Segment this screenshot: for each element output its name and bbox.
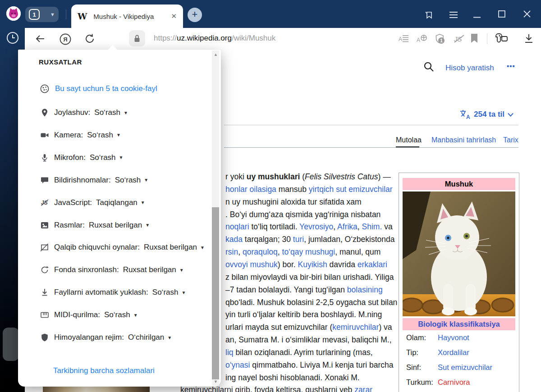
article-link[interactable]: zarar	[354, 385, 372, 392]
permission-row-camera[interactable]: Kamera:Soʻrash▼	[40, 129, 121, 141]
article-link[interactable]: kemiruvchilar	[332, 323, 379, 332]
permission-value-dropdown[interactable]: Taqiqlangan	[96, 198, 138, 207]
permission-value-dropdown[interactable]: Soʻrash	[87, 131, 113, 140]
dropdown-caret-icon[interactable]: ▼	[124, 110, 128, 115]
menu-icon[interactable]	[449, 12, 458, 18]
permission-row-midi[interactable]: MIDI-qurilma:Soʻrash▼	[40, 309, 138, 321]
reader-mode-icon[interactable]: A	[399, 34, 408, 43]
cookies-link[interactable]: Bu sayt uchun 5 ta cookie-fayl	[55, 84, 157, 93]
taxonomy-value-link[interactable]: Sut emizuvchilar	[438, 363, 492, 376]
taxonomy-value-link[interactable]: Xordalilar	[438, 348, 469, 361]
article-link[interactable]: Afrika	[337, 222, 358, 231]
address-bar[interactable]: https://uz.wikipedia.org/wiki/Mushuk	[154, 34, 275, 43]
panel-scrollbar-thumb[interactable]	[212, 207, 219, 379]
wiki-tab-tarix[interactable]: Tarix	[503, 136, 518, 144]
permission-row-background-sync[interactable]: Fonda sinxronlash:Ruxsat berilgan▼	[40, 264, 184, 276]
content-settings-link[interactable]: Tarkibning barcha sozlamalari	[53, 366, 155, 375]
header-divider	[224, 125, 518, 125]
translate-icon[interactable]: A	[417, 34, 427, 43]
cookies-row[interactable]: Bu sayt uchun 5 ta cookie-fayl	[40, 84, 157, 94]
article-link[interactable]: toʻqay mushugi	[282, 247, 335, 256]
passwords-icon[interactable]	[495, 33, 509, 45]
bookmark-icon[interactable]	[471, 34, 478, 43]
dropdown-caret-icon[interactable]: ▼	[116, 132, 121, 137]
permission-value-dropdown[interactable]: Oʻchirilgan	[128, 333, 164, 342]
article-link[interactable]: erkaklari	[358, 260, 387, 269]
permission-value-dropdown[interactable]: Soʻrash	[115, 176, 141, 185]
permission-row-popups[interactable]: Qalqib chiquvchi oynalar:Ruxsat berilgan…	[40, 242, 205, 253]
javascript-blocked-icon[interactable]: JS	[453, 35, 465, 43]
dropdown-caret-icon[interactable]: ▼	[167, 335, 172, 340]
article-link[interactable]: Shim.	[362, 222, 382, 231]
panel-scrollbar[interactable]: ▲ ▼	[212, 50, 219, 386]
dropdown-caret-icon[interactable]: ▼	[141, 200, 145, 205]
kitten-photo[interactable]	[403, 191, 515, 316]
collections-icon[interactable]	[424, 10, 434, 20]
browser-toolbar: Я https://uz.wikipedia.org/wiki/Mushuk A…	[25, 28, 541, 50]
downloads-icon[interactable]	[524, 33, 534, 44]
article-link[interactable]: oʻynasi	[225, 360, 250, 369]
browser-tab-active[interactable]: W Mushuk - Vikipediya ✕	[71, 5, 183, 28]
permission-value-dropdown[interactable]: Ruxsat berilgan	[123, 265, 176, 274]
maximize-button[interactable]	[498, 10, 505, 18]
dropdown-caret-icon[interactable]: ▼	[144, 178, 148, 182]
permission-value-dropdown[interactable]: Soʻrash	[94, 108, 120, 117]
article-link[interactable]: Yevrosiyo	[299, 222, 333, 231]
permission-row-microphone[interactable]: Mikrofon:Soʻrash▼	[40, 152, 123, 164]
dropdown-caret-icon[interactable]: ▼	[133, 313, 138, 318]
site-permissions-lock-button[interactable]	[129, 30, 145, 46]
minimize-button[interactable]	[473, 17, 481, 18]
permission-row-location[interactable]: Joylashuv:Soʻrash▼	[40, 107, 128, 119]
reload-icon[interactable]	[84, 33, 95, 44]
scroll-down-arrow[interactable]: ▼	[214, 379, 218, 384]
create-account-link[interactable]: Hisob yaratish	[445, 64, 494, 73]
yandex-icon[interactable]: Я	[60, 33, 71, 45]
wiki-tab-manbasini-tahrirlash[interactable]: Manbasini tahrirlash	[431, 136, 496, 144]
language-selector[interactable]: A 254 ta til	[460, 109, 513, 119]
permission-value-dropdown[interactable]: Soʻrash	[90, 153, 116, 162]
article-link[interactable]: turi	[293, 235, 304, 244]
taxonomy-value-link[interactable]: Carnivora	[438, 378, 470, 391]
sidebar-peek-handle[interactable]	[3, 328, 19, 361]
permission-row-auto-download[interactable]: Fayllarni avtomatik yuklash:Soʻrash▼	[40, 287, 186, 298]
permission-value-dropdown[interactable]: Ruxsat berilgan	[144, 243, 197, 252]
dropdown-caret-icon[interactable]: ▼	[119, 155, 124, 160]
article-link[interactable]: rsin	[225, 247, 238, 256]
permission-row-javascript[interactable]: JSJavaScript:Taqiqlangan▼	[40, 197, 145, 209]
dropdown-caret-icon[interactable]: ▼	[200, 245, 205, 250]
wiki-tab-mutolaa[interactable]: Mutolaa	[396, 136, 422, 144]
dropdown-caret-icon[interactable]: ▼	[145, 223, 150, 228]
dropdown-caret-icon[interactable]: ▼	[181, 290, 186, 295]
scroll-up-arrow[interactable]: ▲	[214, 52, 218, 57]
more-menu[interactable]: •••	[507, 62, 515, 70]
article-link[interactable]: noqlari	[225, 222, 249, 231]
permission-value-dropdown[interactable]: Ruxsat berilgan	[89, 221, 142, 230]
svg-text:Я: Я	[63, 36, 67, 43]
article-link[interactable]: Kuyikish	[298, 260, 327, 269]
article-thumbnail-image[interactable]	[43, 386, 150, 392]
article-link[interactable]: kada	[225, 235, 243, 244]
article-link[interactable]: yirtqich sut emizuvchilar	[309, 185, 393, 194]
article-link[interactable]: honlar oilasiga	[225, 185, 276, 194]
permission-value-dropdown[interactable]: Soʻrash	[104, 310, 130, 319]
tab-close-icon[interactable]: ✕	[171, 12, 177, 20]
permission-row-images[interactable]: Rasmlar:Ruxsat berilgan▼	[40, 219, 150, 231]
permission-row-protected-content[interactable]: Himoyalangan rejim:Oʻchirilgan▼	[40, 332, 172, 343]
close-button[interactable]	[523, 10, 531, 18]
article-link[interactable]: bolasining	[347, 285, 383, 294]
article-link[interactable]: ovvoyi mushuk	[225, 260, 278, 269]
new-tab-button[interactable]: +	[188, 8, 202, 22]
permission-row-notifications[interactable]: Bildirishnomalar:Soʻrash▼	[40, 174, 148, 186]
back-icon[interactable]	[35, 33, 46, 44]
taxonomy-value-link[interactable]: Hayvonot	[438, 333, 469, 346]
profile-avatar[interactable]	[6, 6, 21, 21]
protect-shield-icon[interactable]: 1	[435, 33, 446, 45]
search-icon[interactable]	[423, 61, 434, 72]
article-link[interactable]: liq	[225, 348, 234, 357]
article-line: z bilan miyovlaydi va bir-biri bilan uri…	[225, 273, 394, 282]
history-clock-icon[interactable]	[6, 32, 19, 44]
article-link[interactable]: qoraquloq	[243, 247, 278, 256]
tab-group-button[interactable]: 1 ▼	[25, 7, 59, 22]
permission-value-dropdown[interactable]: Soʻrash	[152, 288, 179, 297]
dropdown-caret-icon[interactable]: ▼	[179, 268, 184, 273]
